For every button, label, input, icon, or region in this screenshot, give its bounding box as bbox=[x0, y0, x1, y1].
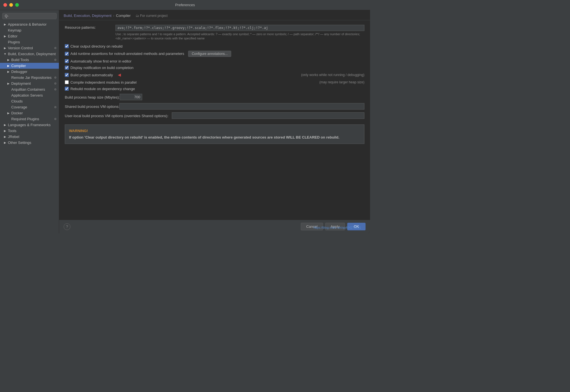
compile-parallel-checkbox[interactable] bbox=[65, 80, 69, 84]
shared-vm-label: Shared build process VM options: bbox=[65, 104, 119, 109]
sidebar-item-label: Arquillian Containers bbox=[11, 87, 53, 92]
sidebar-item-docker[interactable]: ▶ Docker bbox=[0, 110, 59, 116]
sidebar-item-arquillian-containers[interactable]: Arquillian Containers ⚙ bbox=[0, 86, 59, 92]
sidebar-item-languages-frameworks[interactable]: ▶ Languages & Frameworks bbox=[0, 122, 59, 128]
sidebar-item-build-tools[interactable]: ▶ Build Tools ⚙ bbox=[0, 57, 59, 63]
arrow-spacer bbox=[7, 100, 10, 103]
content-header: Build, Execution, Deployment › Compiler … bbox=[59, 10, 370, 20]
help-icon: ? bbox=[66, 224, 68, 229]
sidebar-item-keymap[interactable]: Keymap bbox=[0, 27, 59, 33]
sidebar-item-debugger[interactable]: ▶ Debugger bbox=[0, 69, 59, 75]
sidebar-item-label: Clouds bbox=[11, 99, 57, 103]
heap-size-input[interactable] bbox=[120, 94, 142, 100]
resource-patterns-label: Resource patterns: bbox=[65, 25, 115, 30]
arrow-icon: ▶ bbox=[3, 141, 7, 144]
minimize-button[interactable] bbox=[9, 3, 13, 7]
content-body: Resource patterns: Use ; to separate pat… bbox=[59, 20, 370, 220]
rebuild-module-checkbox[interactable] bbox=[65, 87, 69, 91]
sidebar-item-label: Other Settings bbox=[8, 141, 57, 145]
warning-box: WARNING! If option 'Clear output directo… bbox=[65, 124, 364, 144]
sidebar-item-jrebel[interactable]: ▶ JRebel bbox=[0, 134, 59, 140]
resource-patterns-hint: Use ; to separate patterns and ! to nega… bbox=[115, 32, 364, 41]
sidebar-item-label: Keymap bbox=[8, 28, 57, 32]
show-first-error-label: Automatically show first error in editor bbox=[70, 59, 132, 63]
sidebar-item-label: Docker bbox=[11, 111, 57, 115]
sidebar-item-deployment[interactable]: ▶ Deployment ⚙ bbox=[0, 81, 59, 86]
arrow-icon: ▶ bbox=[3, 23, 7, 26]
sidebar-item-appearance-behavior[interactable]: ▶ Appearance & Behavior bbox=[0, 21, 59, 27]
breadcrumb-current: Compiler bbox=[116, 14, 131, 18]
arrow-icon: ▼ bbox=[3, 52, 7, 56]
runtime-assertions-checkbox[interactable] bbox=[65, 52, 69, 56]
sidebar-item-label: Languages & Frameworks bbox=[8, 123, 57, 127]
build-automatically-label: Build project automatically bbox=[70, 73, 113, 77]
build-automatically-checkbox[interactable] bbox=[65, 73, 69, 77]
sidebar-item-label: Appearance & Behavior bbox=[8, 22, 57, 26]
sidebar-item-clouds[interactable]: Clouds bbox=[0, 98, 59, 104]
breadcrumb-separator: › bbox=[113, 14, 114, 18]
arrow-icon: ▶ bbox=[3, 46, 7, 50]
sidebar-item-other-settings[interactable]: ▶ Other Settings bbox=[0, 140, 59, 146]
arrow-icon: ▶ bbox=[7, 70, 10, 74]
sync-icon: ⚙ bbox=[54, 88, 57, 91]
resource-patterns-input[interactable] bbox=[115, 25, 364, 31]
sidebar-item-required-plugins[interactable]: Required Plugins ⚙ bbox=[0, 116, 59, 122]
sidebar-item-remote-jar-repositories[interactable]: Remote Jar Repositories ⚙ bbox=[0, 75, 59, 81]
heap-size-row: Build process heap size (Mbytes): bbox=[65, 94, 364, 100]
csdn-hint: https://blog.csdn.net/qq404270201 bbox=[313, 226, 361, 229]
titlebar: Preferences bbox=[0, 0, 370, 10]
compile-parallel-note: (may require larger heap size) bbox=[319, 80, 364, 84]
for-current-project[interactable]: 🗂 For current project bbox=[136, 14, 168, 18]
sidebar-item-tools[interactable]: ▶ Tools bbox=[0, 128, 59, 134]
window-title: Preferences bbox=[175, 3, 195, 7]
sync-icon: ⚙ bbox=[54, 76, 57, 79]
sidebar-item-build-execution-deployment[interactable]: ▼ Build, Execution, Deployment bbox=[0, 51, 59, 57]
search-input[interactable] bbox=[2, 13, 57, 19]
sidebar-item-label: Tools bbox=[8, 129, 57, 133]
arrow-icon: ▶ bbox=[7, 64, 10, 68]
close-button[interactable] bbox=[3, 3, 7, 7]
sidebar-item-application-servers[interactable]: Application Servers bbox=[0, 92, 59, 98]
help-button[interactable]: ? bbox=[64, 223, 70, 230]
runtime-assertions-label: Add runtime assertions for notnull-annot… bbox=[70, 52, 184, 56]
arrow-spacer bbox=[7, 88, 10, 91]
arrow-icon: ▶ bbox=[7, 58, 10, 62]
checkbox-row-display-notification: Display notification on build completion bbox=[65, 66, 364, 70]
clear-output-label: Clear output directory on rebuild bbox=[70, 44, 123, 48]
show-first-error-checkbox[interactable] bbox=[65, 59, 69, 63]
build-automatically-note: (only works while not running / debuggin… bbox=[301, 73, 364, 77]
clear-output-checkbox[interactable] bbox=[65, 44, 69, 48]
titlebar-buttons bbox=[3, 3, 19, 7]
sidebar-item-label: Remote Jar Repositories bbox=[11, 75, 53, 80]
shared-vm-input[interactable] bbox=[119, 103, 364, 110]
sync-icon: ⚙ bbox=[54, 106, 57, 109]
sync-icon: ⚙ bbox=[54, 46, 57, 50]
main-container: ▶ Appearance & Behavior Keymap ▶ Editor … bbox=[0, 10, 370, 233]
sidebar-item-plugins[interactable]: Plugins bbox=[0, 39, 59, 45]
sidebar: ▶ Appearance & Behavior Keymap ▶ Editor … bbox=[0, 10, 59, 233]
configure-annotations-button[interactable]: Configure annotations... bbox=[188, 51, 231, 57]
maximize-button[interactable] bbox=[15, 3, 19, 7]
sidebar-item-label: Build, Execution, Deployment bbox=[8, 52, 57, 56]
sidebar-item-coverage[interactable]: Coverage ⚙ bbox=[0, 104, 59, 110]
sidebar-item-label: Required Plugins bbox=[11, 117, 53, 121]
warning-title: WARNING! bbox=[69, 128, 360, 134]
heap-size-label: Build process heap size (Mbytes): bbox=[65, 95, 120, 99]
display-notification-checkbox[interactable] bbox=[65, 66, 69, 70]
sidebar-item-label: Deployment bbox=[11, 81, 53, 86]
arrow-spacer bbox=[7, 76, 10, 79]
breadcrumb-parent[interactable]: Build, Execution, Deployment bbox=[64, 14, 112, 18]
sync-icon: ⚙ bbox=[54, 58, 57, 61]
sidebar-item-label: Debugger bbox=[11, 70, 57, 74]
arrow-spacer bbox=[7, 94, 10, 97]
sidebar-item-version-control[interactable]: ▶ Version Control ⚙ bbox=[0, 45, 59, 51]
build-automatically-arrow: ◄ bbox=[117, 72, 122, 78]
user-vm-input[interactable] bbox=[172, 112, 364, 119]
sidebar-item-label: Application Servers bbox=[11, 93, 57, 97]
arrow-spacer bbox=[7, 117, 10, 121]
sidebar-item-compiler[interactable]: ▶ Compiler bbox=[0, 63, 59, 69]
arrow-spacer bbox=[3, 29, 7, 32]
sidebar-item-editor[interactable]: ▶ Editor bbox=[0, 33, 59, 39]
bottom-bar: ? https://blog.csdn.net/qq404270201 Canc… bbox=[59, 220, 370, 233]
content-panel: Build, Execution, Deployment › Compiler … bbox=[59, 10, 370, 233]
